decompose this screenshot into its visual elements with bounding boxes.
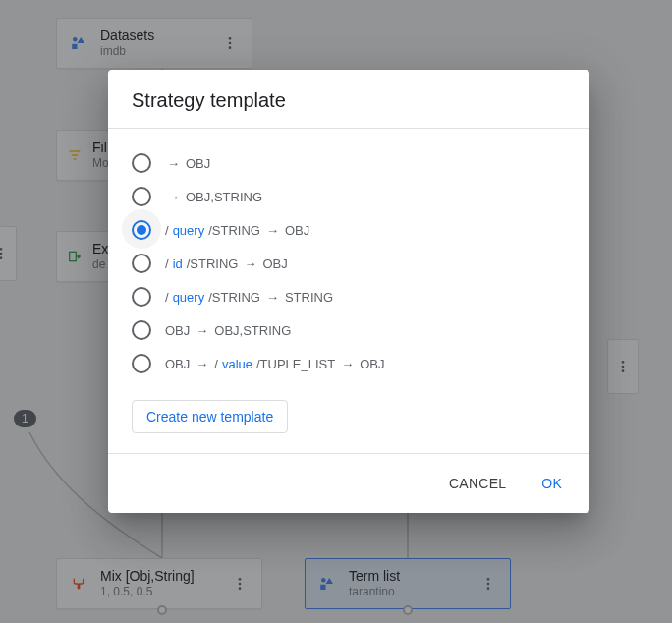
- strategy-label: →OBJ: [165, 156, 210, 171]
- dialog-title: Strategy template: [108, 70, 589, 129]
- strategy-label: /id/STRING→OBJ: [165, 256, 288, 271]
- strategy-label: →OBJ,STRING: [165, 190, 262, 204]
- strategy-option[interactable]: /id/STRING→OBJ: [132, 247, 566, 280]
- radio-button[interactable]: [132, 320, 151, 340]
- strategy-label: OBJ→OBJ,STRING: [165, 323, 291, 338]
- strategy-option[interactable]: OBJ→OBJ,STRING: [132, 313, 566, 347]
- radio-button[interactable]: [132, 354, 151, 373]
- radio-button[interactable]: [132, 287, 151, 307]
- create-new-template-button[interactable]: Create new template: [132, 400, 288, 433]
- radio-group: →OBJ→OBJ,STRING/query/STRING→OBJ/id/STRI…: [132, 146, 566, 380]
- strategy-option[interactable]: →OBJ: [132, 146, 566, 180]
- radio-button[interactable]: [132, 254, 151, 273]
- strategy-label: /query/STRING→OBJ: [165, 223, 309, 238]
- strategy-label: /query/STRING→STRING: [165, 290, 333, 305]
- strategy-option[interactable]: OBJ→/value/TUPLE_LIST→OBJ: [132, 347, 566, 380]
- strategy-option[interactable]: →OBJ,STRING: [132, 180, 566, 213]
- radio-button[interactable]: [132, 187, 151, 206]
- cancel-button[interactable]: CANCEL: [445, 472, 510, 495]
- strategy-option[interactable]: /query/STRING→OBJ: [132, 213, 566, 247]
- dialog-body: →OBJ→OBJ,STRING/query/STRING→OBJ/id/STRI…: [108, 129, 589, 453]
- strategy-option[interactable]: /query/STRING→STRING: [132, 280, 566, 313]
- radio-button[interactable]: [132, 153, 151, 173]
- dialog-actions: CANCEL OK: [108, 453, 589, 513]
- ok-button[interactable]: OK: [537, 472, 566, 495]
- strategy-label: OBJ→/value/TUPLE_LIST→OBJ: [165, 357, 385, 371]
- radio-button[interactable]: [132, 220, 151, 240]
- strategy-template-dialog: Strategy template →OBJ→OBJ,STRING/query/…: [108, 70, 589, 513]
